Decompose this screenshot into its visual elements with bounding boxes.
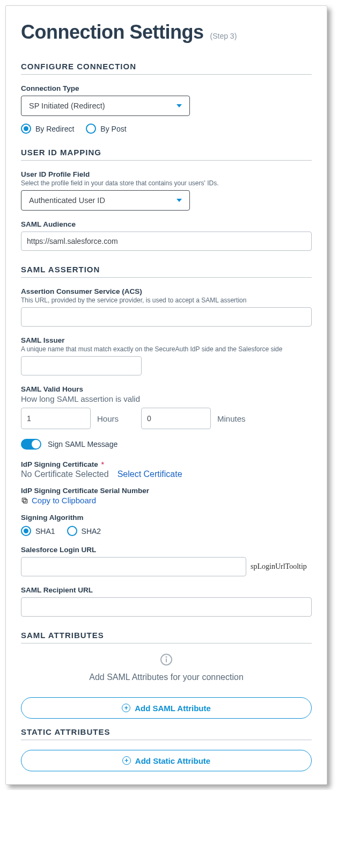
login-url-block: Salesforce Login URL spLoginUrlTooltip [21,546,312,576]
chevron-down-icon [177,199,182,202]
section-assertion-header: SAML ASSERTION [21,265,312,278]
step-indicator: (Step 3) [210,32,237,40]
issuer-label: SAML Issuer [21,336,312,344]
section-mapping-header: USER ID MAPPING [21,148,312,161]
connection-type-field: Connection Type SP Initiated (Redirect) … [21,84,312,134]
profile-field-select[interactable]: Authenticated User ID [21,190,190,211]
acs-input[interactable] [21,307,312,327]
login-url-tooltip-text: spLoginUrlTooltip [251,562,307,571]
svg-rect-1 [22,498,26,502]
algo-label: Signing Algorithm [21,513,312,522]
copy-row: Copy to Clipboard [21,496,312,505]
sign-message-label: Sign SAML Message [48,440,117,449]
recipient-input[interactable] [21,597,312,617]
valid-hours-sublabel: How long SAML assertion is valid [21,394,312,403]
serial-label: IdP Signing Certificate Serial Number [21,487,312,495]
idp-cert-label: IdP Signing Certificate* [21,460,312,468]
idp-cert-value: No Certificate Selected [21,469,109,479]
idp-cert-block: IdP Signing Certificate* No Certificate … [21,460,312,479]
issuer-sublabel: A unique name that must match exactly on… [21,345,312,353]
plus-circle-icon: + [122,756,131,765]
algo-block: Signing Algorithm SHA1 SHA2 [21,513,312,536]
acs-sublabel: This URL, provided by the service provid… [21,296,312,304]
svg-point-4 [166,657,167,657]
hours-unit-label: Hours [97,414,119,423]
section-static-attrs-header: STATIC ATTRIBUTES [21,727,312,740]
issuer-block: SAML Issuer A unique name that must matc… [21,336,312,375]
profile-field-block: User ID Profile Field Select the profile… [21,170,312,211]
toggle-knob-icon [32,440,40,449]
sign-message-row: Sign SAML Message [21,439,312,450]
valid-hours-block: SAML Valid Hours How long SAML assertion… [21,385,312,429]
plus-circle-icon: + [122,704,130,712]
cert-row: No Certificate Selected Select Certifica… [21,469,312,479]
radio-unselected-icon [67,526,77,536]
algo-radios: SHA1 SHA2 [21,526,312,536]
radio-sha2-label: SHA2 [82,527,101,536]
sign-message-toggle[interactable] [21,439,41,450]
recipient-block: SAML Recipient URL [21,586,312,617]
connection-type-value: SP Initiated (Redirect) [29,102,105,110]
recipient-label: SAML Recipient URL [21,586,312,594]
add-static-attribute-button[interactable]: + Add Static Attribute [21,750,312,771]
saml-audience-block: SAML Audience [21,220,312,251]
page-title: Connection Settings [21,21,204,44]
info-icon [160,653,173,666]
saml-audience-input[interactable] [21,232,312,251]
title-row: Connection Settings (Step 3) [21,21,312,44]
select-certificate-link[interactable]: Select Certificate [117,469,182,479]
radio-sha1-label: SHA1 [35,527,55,536]
radio-selected-icon [21,124,31,134]
radio-sha2[interactable]: SHA2 [67,526,101,536]
serial-block: IdP Signing Certificate Serial Number Co… [21,487,312,505]
acs-label: Assertion Consumer Service (ACS) [21,287,312,295]
radio-by-post[interactable]: By Post [86,124,126,134]
copy-icon [21,497,28,504]
login-url-label: Salesforce Login URL [21,546,312,554]
minutes-unit-label: Minutes [217,414,246,423]
hours-input[interactable] [21,408,91,429]
section-configure-header: CONFIGURE CONNECTION [21,62,312,75]
attributes-info-text: Add SAML Attributes for your connection [21,672,312,682]
radio-by-redirect-label: By Redirect [35,125,74,133]
login-url-input[interactable] [21,557,246,576]
minutes-input[interactable] [141,408,211,429]
login-url-row: spLoginUrlTooltip [21,557,312,576]
connection-type-label: Connection Type [21,84,312,92]
acs-block: Assertion Consumer Service (ACS) This UR… [21,287,312,327]
saml-audience-label: SAML Audience [21,220,312,228]
issuer-input[interactable] [21,356,142,375]
radio-selected-icon [21,526,31,536]
valid-hours-label: SAML Valid Hours [21,385,312,393]
radio-by-post-label: By Post [100,125,126,133]
add-static-attribute-label: Add Static Attribute [135,756,210,765]
connection-type-select[interactable]: SP Initiated (Redirect) [21,96,190,116]
connection-mode-radios: By Redirect By Post [21,124,312,134]
hours-row: Hours Minutes [21,408,312,429]
copy-to-clipboard-link[interactable]: Copy to Clipboard [32,496,96,505]
profile-field-value: Authenticated User ID [29,196,105,205]
profile-field-label: User ID Profile Field [21,170,312,178]
attributes-info-block: Add SAML Attributes for your connection [21,653,312,682]
chevron-down-icon [177,104,182,107]
required-star-icon: * [101,460,104,468]
add-saml-attribute-button[interactable]: + Add SAML Attribute [21,697,312,719]
radio-unselected-icon [86,124,96,134]
radio-by-redirect[interactable]: By Redirect [21,124,74,134]
svg-rect-0 [24,499,27,503]
connection-settings-panel: Connection Settings (Step 3) CONFIGURE C… [5,5,327,785]
section-attributes-header: SAML ATTRIBUTES [21,631,312,643]
radio-sha1[interactable]: SHA1 [21,526,55,536]
add-saml-attribute-label: Add SAML Attribute [135,704,211,713]
profile-field-sublabel: Select the profile field in your data st… [21,179,312,187]
